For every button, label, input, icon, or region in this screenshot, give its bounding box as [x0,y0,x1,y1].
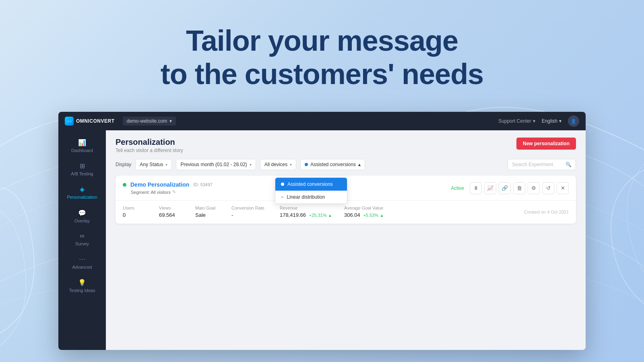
status-chevron: ▾ [165,162,167,167]
devices-value: All devices [264,162,287,167]
language-selector[interactable]: English ▾ [542,118,561,124]
devices-filter[interactable]: All devices ▾ [260,159,296,170]
hero-line1: Tailor your message [186,25,458,57]
avg-goal-value: 306.04 +5.53% ▲ [344,212,417,218]
brand: ○○ OMNICONVERT [65,117,115,125]
search-experiment[interactable]: Search Experiment 🔍 [508,159,576,170]
status-value: Any Status [140,162,163,167]
page-title-area: Personalization Tell each visitor a diff… [116,138,183,153]
main-goal-label: Main Goal [195,206,231,210]
date-range-filter[interactable]: Previous month (01.02 - 28.02) ▾ [176,159,256,170]
sidebar-label-survey: Survey [75,241,89,247]
revenue-value: 178,419.66 +25.31% ▲ [280,212,344,218]
link-button[interactable]: 🔗 [499,182,511,194]
survey-icon: ∞ [80,232,84,240]
experiment-actions: Active ⏸ 📈 🔗 🗑 [451,182,569,194]
experiment-status-dot [123,183,126,187]
sidebar: 📊 Dashboard ⊞ A/B Testing ◈ Personalizat… [58,130,106,350]
refresh-button[interactable]: ↺ [542,182,554,194]
conversion-dropdown: Assisted conversions ≈ Linear distributi… [275,177,347,204]
users-label: Users [123,206,159,210]
sidebar-item-testing-ideas[interactable]: 💡 Testing Ideas [61,275,103,297]
avg-goal-change: +5.53% [363,213,378,218]
views-value: 69.564 [159,212,195,218]
search-placeholder: Search Experiment [512,162,553,167]
experiment-name-row: Demo Personalization ID: 53497 [123,181,213,188]
main-goal-stat: Main Goal Sale [195,206,231,218]
experiment-segment: Segment: All visitors ✎ [131,189,213,195]
revenue-label: Revenue [280,206,344,210]
revenue-stat: Revenue 178,419.66 +25.31% ▲ [280,206,344,218]
revenue-arrow: ▲ [328,213,332,218]
sidebar-item-personalization[interactable]: ◈ Personalization [61,181,103,204]
conversion-stat: Conversion Rate - [231,206,280,218]
chart-icon: 📈 [487,185,493,191]
sidebar-label-overlay: Overlay [74,218,90,224]
created-on: Created on 4 Oct 2021 [524,210,569,214]
close-icon: ✕ [561,185,565,191]
app-window: ○○ OMNICONVERT demo-website.com ▾ Suppor… [58,112,586,350]
pause-button[interactable]: ⏸ [470,182,482,194]
filter-bar: Display Any Status ▾ Previous month (01.… [106,159,586,176]
users-value: 0 [123,212,159,218]
status-filter[interactable]: Any Status ▾ [135,159,172,170]
app-body: 📊 Dashboard ⊞ A/B Testing ◈ Personalizat… [58,130,586,350]
sidebar-item-advanced[interactable]: ⋯ Advanced [61,251,103,274]
dropdown-item-linear[interactable]: ≈ Linear distribution [275,191,347,204]
conversion-chevron: ▴ [358,162,361,167]
navbar-right: Support Center ▾ English ▾ 👤 [498,115,579,127]
chart-button[interactable]: 📈 [484,182,496,194]
conversion-value: Assisted conversions [310,162,356,167]
dashboard-icon: 📊 [78,139,86,146]
testing-ideas-icon: 💡 [78,279,86,286]
refresh-icon: ↺ [546,185,551,191]
navbar: ○○ OMNICONVERT demo-website.com ▾ Suppor… [58,112,586,130]
page-header: Personalization Tell each visitor a diff… [106,130,586,159]
dropdown-item-assisted[interactable]: Assisted conversions [275,178,347,191]
experiment-id: ID: 53497 [193,182,213,187]
sidebar-item-dashboard[interactable]: 📊 Dashboard [61,135,103,157]
avg-goal-arrow: ▲ [380,213,384,218]
segment-text: Segment: All visitors [131,190,171,195]
delete-button[interactable]: 🗑 [513,182,525,194]
sidebar-item-ab-testing[interactable]: ⊞ A/B Testing [61,158,103,181]
link-icon: 🔗 [502,185,508,191]
revenue-change: +25.31% [309,213,327,218]
overlay-icon: 💬 [78,209,86,217]
advanced-icon: ⋯ [79,255,85,263]
search-icon: 🔍 [566,162,572,167]
views-label: Views [159,206,195,210]
linear-icon: ≈ [281,194,284,200]
experiment-name[interactable]: Demo Personalization [130,181,189,188]
conversion-dot [305,163,308,166]
date-range-value: Previous month (01.02 - 28.02) [180,162,247,167]
brand-icon: ○○ [65,117,74,125]
settings-button[interactable]: ⚙ [528,182,540,194]
avg-goal-stat: Average Goal Value 306.04 +5.53% ▲ [344,206,417,218]
close-button[interactable]: ✕ [557,182,569,194]
main-content: Personalization Tell each visitor a diff… [106,130,586,350]
display-label: Display [116,162,131,167]
main-goal-value: Sale [195,212,231,218]
sidebar-item-survey[interactable]: ∞ Survey [61,228,103,251]
domain-selector[interactable]: demo-website.com ▾ [123,117,176,125]
support-center[interactable]: Support Center ▾ [498,118,535,124]
sidebar-label-advanced: Advanced [72,265,92,270]
support-label: Support Center [498,118,531,124]
user-icon: 👤 [571,119,576,124]
user-avatar[interactable]: 👤 [568,115,579,127]
segment-edit-icon[interactable]: ✎ [172,189,176,195]
new-personalization-button[interactable]: New personalization [516,138,576,150]
personalization-icon: ◈ [80,185,85,193]
conversion-filter[interactable]: Assisted conversions ▴ [300,159,365,170]
assisted-dot [281,183,284,186]
devices-chevron: ▾ [290,162,292,167]
sidebar-item-overlay[interactable]: 💬 Overlay [61,205,103,228]
dropdown-label-linear: Linear distribution [287,194,325,200]
experiment-stats: Users 0 Views 69.564 Main Goal Sale Co [116,201,576,224]
experiment-name-area: Demo Personalization ID: 53497 Segment: … [123,181,213,195]
pause-icon: ⏸ [473,185,479,191]
support-chevron: ▾ [533,118,535,124]
domain-chevron: ▾ [169,118,172,124]
conversion-rate-label: Conversion Rate [231,206,280,210]
